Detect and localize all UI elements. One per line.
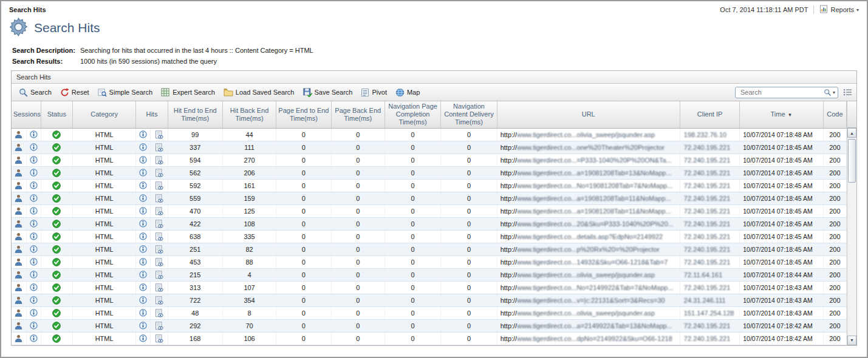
hit-content-icon-cell[interactable]	[151, 154, 168, 166]
hit-content-icon-cell[interactable]	[151, 217, 168, 230]
session-user-icon-cell[interactable]	[12, 217, 26, 230]
hit-info-icon-cell[interactable]	[136, 306, 151, 319]
session-info-icon-cell[interactable]	[26, 255, 41, 268]
col-header-nav-content-delivery[interactable]: Navigation Content Delivery Time(ms)	[441, 101, 497, 128]
hit-content-icon-cell[interactable]	[151, 204, 168, 217]
session-info-icon-cell[interactable]	[26, 192, 41, 204]
hit-info-icon-cell[interactable]	[136, 154, 151, 166]
col-header-hits[interactable]: Hits	[136, 101, 168, 128]
session-info-icon-cell[interactable]	[26, 154, 41, 166]
search-input[interactable]	[739, 88, 824, 96]
session-user-icon-cell[interactable]	[12, 332, 26, 345]
search-input-icon[interactable]: ▾	[824, 89, 835, 96]
session-info-icon-cell[interactable]	[26, 128, 41, 141]
session-user-icon-cell[interactable]	[12, 306, 26, 319]
hit-info-icon-cell[interactable]	[136, 332, 151, 345]
col-header-hit-back-end[interactable]: Hit Back End Time(ms)	[222, 101, 276, 128]
hit-info-icon-cell[interactable]	[136, 268, 151, 281]
save-search-button[interactable]: Save Search	[300, 86, 356, 99]
grid-options-icon[interactable]	[843, 89, 852, 96]
scroll-down-button[interactable]: ▼	[847, 336, 856, 345]
session-info-icon-cell[interactable]	[26, 179, 41, 192]
hit-content-icon-cell[interactable]	[151, 281, 168, 294]
hit-info-icon-cell[interactable]	[136, 255, 151, 268]
simple-search-button[interactable]: Simple Search	[95, 86, 156, 99]
col-header-page-end-to-end[interactable]: Page End to End Time(ms)	[276, 101, 331, 128]
session-user-icon-cell[interactable]	[12, 192, 26, 204]
hit-content-icon-cell[interactable]	[151, 255, 168, 268]
hit-info-icon-cell[interactable]	[136, 294, 151, 306]
session-info-icon-cell[interactable]	[26, 141, 41, 154]
hit-content-icon-cell[interactable]	[151, 294, 168, 306]
reset-button[interactable]: Reset	[57, 86, 92, 99]
session-user-icon-cell[interactable]	[12, 128, 26, 141]
hit-content-icon-cell[interactable]	[151, 179, 168, 192]
hit-content-icon-cell[interactable]	[151, 268, 168, 281]
load-saved-search-button[interactable]: Load Saved Search	[220, 86, 298, 98]
session-user-icon-cell[interactable]	[12, 319, 26, 332]
hit-content-icon-cell[interactable]	[151, 332, 168, 345]
session-user-icon-cell[interactable]	[12, 294, 26, 306]
hit-content-icon-cell[interactable]	[151, 192, 168, 204]
col-header-client-ip[interactable]: Client IP	[680, 101, 739, 128]
session-user-icon-cell[interactable]	[12, 243, 26, 255]
hit-info-icon-cell[interactable]	[136, 319, 151, 332]
reports-button[interactable]: Reports ▾	[819, 5, 859, 15]
hit-content-icon-cell[interactable]	[151, 128, 168, 141]
expert-search-button[interactable]: Expert Search	[158, 86, 218, 99]
hit-info-icon-cell[interactable]	[136, 230, 151, 243]
hit-info-icon-cell[interactable]	[136, 141, 151, 154]
hit-content-icon-cell[interactable]	[151, 230, 168, 243]
col-header-hit-end-to-end[interactable]: Hit End to End Time(ms)	[168, 101, 222, 128]
col-header-nav-page-completion[interactable]: Navigation Page Completion Time(ms)	[384, 101, 440, 128]
hit-info-icon-cell[interactable]	[136, 192, 151, 204]
session-user-icon-cell[interactable]	[12, 204, 26, 217]
hit-info-icon-cell[interactable]	[136, 179, 151, 192]
hit-content-icon-cell[interactable]	[151, 306, 168, 319]
col-header-page-back-end[interactable]: Page Back End Time(ms)	[331, 101, 384, 128]
hit-info-icon-cell[interactable]	[136, 204, 151, 217]
hit-content-icon-cell[interactable]	[151, 243, 168, 255]
session-user-icon-cell[interactable]	[12, 255, 26, 268]
hit-info-icon-cell[interactable]	[136, 217, 151, 230]
session-info-icon-cell[interactable]	[26, 319, 41, 332]
session-info-icon-cell[interactable]	[26, 204, 41, 217]
hit-info-icon-cell[interactable]	[136, 281, 151, 294]
hit-content-icon-cell[interactable]	[151, 319, 168, 332]
session-user-icon-cell[interactable]	[12, 154, 26, 166]
pivot-button[interactable]: Pivot	[358, 86, 389, 99]
scrollbar-thumb[interactable]	[848, 139, 856, 183]
session-user-icon-cell[interactable]	[12, 179, 26, 192]
session-user-icon-cell[interactable]	[12, 281, 26, 294]
session-info-icon-cell[interactable]	[26, 294, 41, 306]
hit-content-icon-cell[interactable]	[151, 166, 168, 179]
search-button[interactable]: Search	[16, 86, 55, 99]
session-user-icon-cell[interactable]	[12, 141, 26, 154]
col-header-url[interactable]: URL	[497, 101, 680, 128]
session-info-icon-cell[interactable]	[26, 268, 41, 281]
session-info-icon-cell[interactable]	[26, 281, 41, 294]
col-header-category[interactable]: Category	[72, 101, 135, 128]
session-info-icon-cell[interactable]	[26, 332, 41, 345]
scrollbar-header-cap	[847, 101, 856, 128]
vertical-scrollbar[interactable]: ▲ ▼	[847, 101, 856, 345]
session-info-icon-cell[interactable]	[26, 243, 41, 255]
hit-content-icon-cell[interactable]	[151, 141, 168, 154]
col-header-sessions[interactable]: Sessions	[12, 101, 41, 128]
scrollbar-track[interactable]	[847, 138, 856, 336]
col-header-code[interactable]: Code	[823, 101, 846, 128]
session-info-icon-cell[interactable]	[26, 230, 41, 243]
map-button[interactable]: Map	[392, 86, 423, 99]
scroll-up-button[interactable]: ▲	[847, 128, 856, 138]
col-header-time[interactable]: Time▼	[740, 101, 824, 128]
session-user-icon-cell[interactable]	[12, 230, 26, 243]
hit-info-icon-cell[interactable]	[136, 243, 151, 255]
col-header-status[interactable]: Status	[41, 101, 72, 128]
session-info-icon-cell[interactable]	[26, 166, 41, 179]
hit-info-icon-cell[interactable]	[136, 128, 151, 141]
session-info-icon-cell[interactable]	[26, 217, 41, 230]
session-user-icon-cell[interactable]	[12, 268, 26, 281]
session-info-icon-cell[interactable]	[26, 306, 41, 319]
session-user-icon-cell[interactable]	[12, 166, 26, 179]
hit-info-icon-cell[interactable]	[136, 166, 151, 179]
